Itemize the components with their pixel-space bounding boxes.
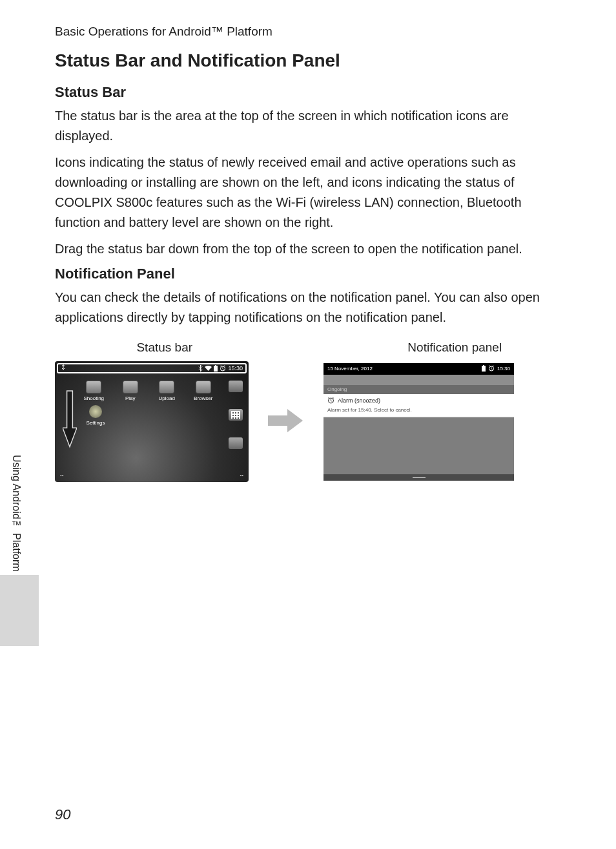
page-indicator-right: •• <box>240 472 243 478</box>
battery-icon <box>482 365 486 373</box>
status-time: 15:30 <box>228 365 243 372</box>
gallery-shortcut-icon[interactable] <box>229 437 243 449</box>
page-number: 90 <box>55 806 70 823</box>
alarm-icon <box>220 365 226 372</box>
figure-home-screen: 15:30 Shooting Play Upload Browser Setti… <box>55 361 249 482</box>
paragraph: Drag the status bar down from the top of… <box>55 239 564 259</box>
figure-notification-panel: 15 November, 2012 15:30 Ongoing Alarm (s… <box>323 363 514 481</box>
apps-grid-icon[interactable] <box>229 409 243 421</box>
svg-rect-0 <box>214 366 218 372</box>
status-bar[interactable]: 15:30 <box>57 363 247 373</box>
section-heading-notifpanel: Notification Panel <box>55 266 564 282</box>
panel-date: 15 November, 2012 <box>327 366 373 372</box>
section-heading-statusbar: Status Bar <box>55 84 564 101</box>
running-head: Basic Operations for Android™ Platform <box>55 25 564 39</box>
svg-rect-1 <box>215 365 216 366</box>
paragraph: The status bar is the area at the top of… <box>55 106 564 146</box>
bluetooth-icon <box>198 365 203 372</box>
app-shooting[interactable]: Shooting <box>77 381 110 401</box>
battery-icon <box>214 365 218 372</box>
svg-rect-4 <box>483 365 484 366</box>
app-browser[interactable]: Browser <box>187 381 220 401</box>
ongoing-header: Ongoing <box>323 385 514 394</box>
page-indicator-left: •• <box>60 472 64 478</box>
panel-drag-handle[interactable] <box>323 474 514 481</box>
wifi-icon <box>205 366 212 372</box>
alarm-icon <box>327 397 334 405</box>
usb-icon <box>61 364 66 372</box>
drag-down-arrow-icon <box>63 383 77 456</box>
paragraph: You can check the details of notificatio… <box>55 288 564 328</box>
side-tab-label: Using Android™ Platform <box>9 452 23 574</box>
app-upload[interactable]: Upload <box>150 381 183 401</box>
app-play[interactable]: Play <box>114 381 147 401</box>
camera-shortcut-icon[interactable] <box>229 381 243 392</box>
notification-item[interactable]: Alarm (snoozed) Alarm set for 15:40. Sel… <box>323 394 514 417</box>
svg-rect-3 <box>482 366 486 372</box>
app-settings[interactable]: Settings <box>79 405 112 426</box>
page-title: Status Bar and Notification Panel <box>55 50 564 71</box>
figure-caption-left: Status bar <box>55 341 274 355</box>
side-tab-bg <box>0 575 39 646</box>
panel-top-bar: 15 November, 2012 15:30 <box>323 363 514 375</box>
panel-time: 15:30 <box>497 366 510 372</box>
notification-subtitle: Alarm set for 15:40. Select to cancel. <box>327 407 510 413</box>
paragraph: Icons indicating the status of newly rec… <box>55 152 564 233</box>
figure-caption-right: Notification panel <box>345 341 565 355</box>
notification-title: Alarm (snoozed) <box>338 397 380 404</box>
transition-arrow-icon <box>268 408 304 436</box>
alarm-icon <box>488 365 495 373</box>
